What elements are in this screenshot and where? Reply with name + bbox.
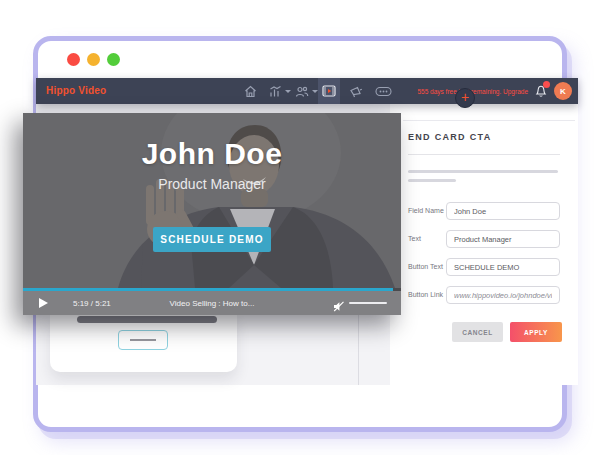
button-text-label: Button Text xyxy=(408,263,443,270)
panel-divider xyxy=(408,154,560,155)
page: Hippo Video xyxy=(0,0,608,455)
video-list-card xyxy=(50,314,237,372)
end-card-name: John Doe xyxy=(23,137,401,171)
volume-slider[interactable] xyxy=(349,302,387,304)
window-zoom-button[interactable] xyxy=(107,53,120,66)
hippo-video-logo[interactable]: Hippo Video xyxy=(46,85,106,96)
create-video-button[interactable]: + xyxy=(455,88,475,108)
campaign-megaphone-icon[interactable] xyxy=(349,78,363,104)
player-controls: 5:19 / 5:21 Video Selling : How to... xyxy=(23,291,401,315)
more-options-icon[interactable] xyxy=(375,78,392,104)
video-player[interactable]: John Doe Product Manager SCHEDULE DEMO 5… xyxy=(23,113,401,315)
videos-icon-active[interactable] xyxy=(318,78,340,104)
form-row-button-text: Button Text xyxy=(408,258,568,276)
window-minimize-button[interactable] xyxy=(87,53,100,66)
content-divider xyxy=(358,312,359,385)
bell-icon[interactable] xyxy=(535,84,547,98)
placeholder-line xyxy=(130,339,156,341)
skeleton-line xyxy=(408,179,456,182)
panel-heading: END CARD CTA xyxy=(408,132,491,142)
apply-button[interactable]: APPLY xyxy=(510,322,562,342)
field-name-label: Field Name xyxy=(408,207,444,214)
form-row-button-link: Button Link xyxy=(408,286,568,304)
app-navbar: Hippo Video xyxy=(36,78,578,104)
contacts-icon[interactable] xyxy=(295,78,318,104)
end-card-role: Product Manager xyxy=(23,176,401,192)
window-close-button[interactable] xyxy=(67,53,80,66)
navbar-right-group: 555 days free trial remaining. Upgrade K xyxy=(417,78,572,104)
form-row-field-name: Field Name xyxy=(408,202,568,220)
notification-badge xyxy=(543,81,550,88)
skeleton-line xyxy=(408,170,558,173)
analytics-icon[interactable] xyxy=(269,78,291,104)
avatar[interactable]: K xyxy=(554,82,572,100)
schedule-demo-button[interactable]: SCHEDULE DEMO xyxy=(153,227,271,252)
field-name-input[interactable] xyxy=(446,202,560,220)
panel-divider xyxy=(403,120,575,121)
mute-icon[interactable] xyxy=(333,298,345,315)
text-label: Text xyxy=(408,235,421,242)
button-text-input[interactable] xyxy=(446,258,560,276)
chevron-down-icon xyxy=(285,90,291,93)
card-grip-bar xyxy=(77,316,217,323)
text-input[interactable] xyxy=(446,230,560,248)
end-card-cta-panel: END CARD CTA Field Name Text Button Text… xyxy=(390,104,578,385)
home-icon[interactable] xyxy=(244,78,257,104)
cancel-button[interactable]: CANCEL xyxy=(452,322,503,342)
card-action-placeholder[interactable] xyxy=(118,330,168,350)
button-link-label: Button Link xyxy=(408,291,443,298)
button-link-input[interactable] xyxy=(446,286,560,304)
form-row-text: Text xyxy=(408,230,568,248)
